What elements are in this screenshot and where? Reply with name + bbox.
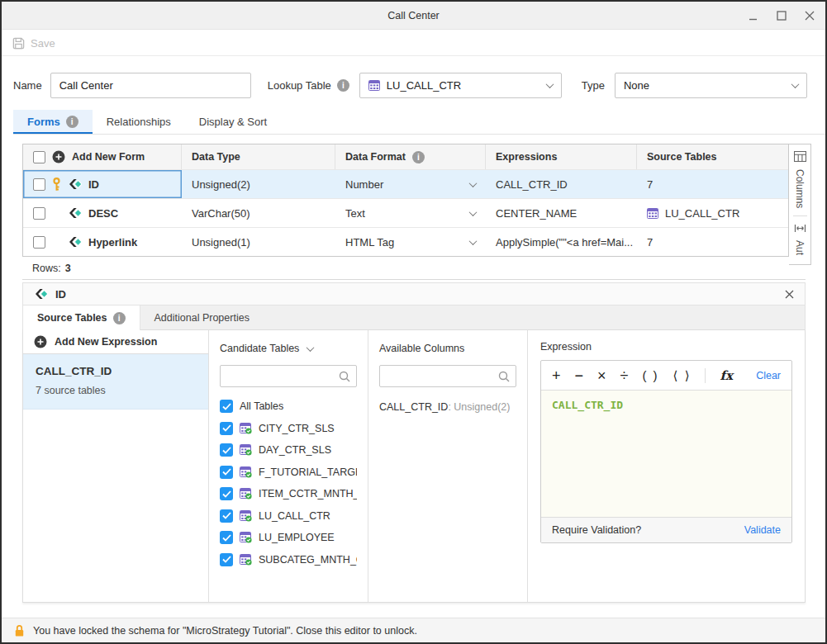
maximize-icon[interactable] bbox=[776, 10, 787, 21]
call-center-editor-window: Call Center Save Name Lookup Table LU_CA… bbox=[0, 0, 827, 644]
table-check-icon bbox=[240, 510, 252, 522]
available-columns-search-input[interactable] bbox=[380, 366, 492, 386]
info-icon[interactable] bbox=[66, 116, 78, 128]
main-tabs: Forms Relationships Display & Sort bbox=[13, 110, 825, 135]
columns-grid-icon[interactable] bbox=[794, 151, 806, 162]
data-format-dropdown[interactable]: HTML Tag bbox=[335, 228, 486, 256]
tab-additional-properties[interactable]: Additional Properties bbox=[140, 305, 264, 329]
candidate-table-item[interactable]: CITY_CTR_SLS bbox=[220, 422, 357, 435]
search-icon[interactable] bbox=[339, 371, 350, 382]
forms-table: Add New Form Data Type Data Format Expre… bbox=[22, 144, 789, 257]
side-panel-strip: Columns Aut bbox=[789, 144, 811, 265]
form-data-format: Number bbox=[345, 178, 383, 191]
tab-forms[interactable]: Forms bbox=[13, 110, 93, 134]
tab-display-sort[interactable]: Display & Sort bbox=[185, 110, 281, 134]
minimize-icon[interactable] bbox=[748, 10, 759, 21]
available-columns-search bbox=[379, 365, 516, 387]
type-dropdown[interactable]: None bbox=[615, 73, 807, 98]
form-expression: CALL_CTR_ID bbox=[496, 178, 568, 191]
chevron-down-icon bbox=[469, 237, 478, 245]
checkbox-checked-icon[interactable] bbox=[220, 487, 233, 500]
candidate-table-label: All Tables bbox=[240, 400, 283, 412]
tab-forms-label: Forms bbox=[27, 116, 60, 128]
info-icon[interactable] bbox=[113, 312, 126, 324]
table-row[interactable]: DESC VarChar(50) Text CENTER_NAME LU_CAL… bbox=[23, 198, 788, 227]
candidate-table-item[interactable]: LU_EMPLOYEE bbox=[220, 531, 357, 544]
checkbox-checked-icon[interactable] bbox=[220, 466, 233, 479]
attribute-form-icon bbox=[68, 178, 82, 190]
row-checkbox[interactable] bbox=[33, 178, 45, 191]
name-input[interactable] bbox=[50, 73, 251, 98]
close-icon[interactable] bbox=[804, 10, 815, 21]
plus-circle-icon bbox=[34, 335, 47, 348]
add-new-expression-button[interactable]: Add New Expression bbox=[23, 330, 208, 354]
search-icon[interactable] bbox=[498, 371, 510, 382]
form-name: ID bbox=[88, 178, 99, 191]
expression-label: Expression bbox=[540, 341, 792, 353]
candidate-table-item[interactable]: SUBCATEG_MNTH_C bbox=[220, 553, 357, 566]
attribute-properties-row: Name Lookup Table LU_CALL_CTR Type None bbox=[13, 73, 817, 98]
autofit-resize-icon[interactable] bbox=[794, 224, 806, 233]
checkbox-checked-icon[interactable] bbox=[220, 443, 233, 457]
row-checkbox[interactable] bbox=[33, 207, 45, 220]
candidate-table-label: ITEM_CCTR_MNTH_ bbox=[259, 488, 357, 500]
parentheses-button[interactable]: ( ) bbox=[642, 369, 658, 381]
checkbox-checked-icon[interactable] bbox=[220, 509, 233, 523]
candidate-table-item[interactable]: DAY_CTR_SLS bbox=[220, 443, 357, 457]
info-icon[interactable] bbox=[412, 151, 425, 163]
add-new-form-button[interactable]: Add New Form bbox=[52, 150, 145, 163]
checkbox-checked-icon[interactable] bbox=[220, 531, 233, 544]
data-format-dropdown[interactable]: Number bbox=[335, 170, 486, 198]
chevron-down-icon bbox=[307, 343, 315, 352]
checkbox-checked-icon[interactable] bbox=[220, 400, 233, 413]
validate-button[interactable]: Validate bbox=[744, 524, 781, 536]
add-new-form-label: Add New Form bbox=[72, 151, 145, 163]
title-bar: Call Center bbox=[2, 2, 825, 30]
close-icon[interactable] bbox=[785, 290, 794, 299]
available-column-name: CALL_CTR_ID bbox=[379, 401, 448, 413]
angle-brackets-button[interactable]: ⟨ ⟩ bbox=[673, 369, 692, 381]
data-format-dropdown[interactable]: Text bbox=[335, 199, 486, 227]
minus-operator-button[interactable]: − bbox=[575, 368, 584, 383]
plus-operator-button[interactable]: + bbox=[552, 368, 561, 383]
candidate-search bbox=[220, 365, 357, 387]
expression-text-area[interactable]: CALL_CTR_ID bbox=[541, 391, 791, 517]
autofit-tab[interactable]: Aut bbox=[794, 240, 806, 255]
available-column-item[interactable]: CALL_CTR_ID: Unsigned(2) bbox=[379, 401, 516, 413]
name-label: Name bbox=[13, 79, 42, 92]
candidate-tables-dropdown[interactable]: Candidate Tables bbox=[220, 343, 357, 354]
tab-source-tables[interactable]: Source Tables bbox=[23, 305, 140, 330]
form-data-type: Unsigned(2) bbox=[192, 178, 250, 191]
candidate-search-input[interactable] bbox=[221, 366, 333, 386]
detail-tabs: Source Tables Additional Properties bbox=[22, 305, 806, 330]
save-icon bbox=[12, 37, 25, 50]
forms-table-header: Add New Form Data Type Data Format Expre… bbox=[23, 144, 788, 169]
type-label: Type bbox=[582, 79, 605, 92]
table-check-icon bbox=[240, 532, 252, 543]
table-row[interactable]: ID Unsigned(2) Number CALL_CTR_ID 7 bbox=[23, 169, 788, 198]
candidate-table-item[interactable]: LU_CALL_CTR bbox=[220, 509, 357, 523]
divide-operator-button[interactable]: ÷ bbox=[620, 368, 629, 383]
multiply-operator-button[interactable]: × bbox=[597, 368, 606, 383]
checkbox-checked-icon[interactable] bbox=[220, 422, 233, 435]
clear-button[interactable]: Clear bbox=[756, 370, 781, 381]
candidate-table-item[interactable]: ITEM_CCTR_MNTH_ bbox=[220, 487, 357, 500]
function-fx-button[interactable]: fx bbox=[720, 368, 732, 383]
columns-tab[interactable]: Columns bbox=[794, 169, 806, 208]
lookup-table-dropdown[interactable]: LU_CALL_CTR bbox=[359, 73, 562, 98]
select-all-checkbox[interactable] bbox=[33, 151, 45, 163]
table-row[interactable]: Hyperlink Unsigned(1) HTML Tag ApplySimp… bbox=[23, 227, 788, 256]
window-controls bbox=[748, 2, 815, 30]
form-source-tables: 7 bbox=[647, 178, 653, 191]
candidate-table-item[interactable]: F_TUTORIAL_TARGE bbox=[220, 466, 357, 479]
col-data-format: Data Format bbox=[345, 151, 406, 163]
save-button[interactable]: Save bbox=[12, 37, 55, 50]
plus-circle-icon bbox=[52, 150, 65, 163]
checkbox-checked-icon[interactable] bbox=[220, 553, 233, 566]
info-icon[interactable] bbox=[337, 79, 349, 92]
expression-item-subtitle: 7 source tables bbox=[36, 385, 196, 396]
row-checkbox[interactable] bbox=[33, 236, 45, 249]
expression-list-item[interactable]: CALL_CTR_ID 7 source tables bbox=[23, 354, 208, 410]
tab-relationships[interactable]: Relationships bbox=[93, 110, 185, 134]
candidate-table-item[interactable]: All Tables bbox=[220, 400, 357, 413]
